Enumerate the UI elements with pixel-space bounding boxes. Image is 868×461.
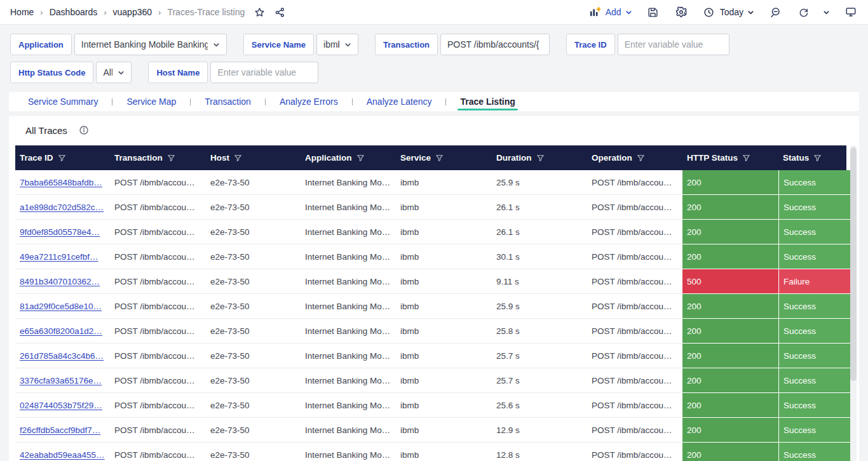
- cell-transaction: POST /ibmb/accou…: [110, 344, 206, 368]
- add-button-label: Add: [606, 7, 621, 17]
- cell-service: ibmb: [396, 294, 492, 319]
- trace-id-link[interactable]: 9fd0ef85d05578e4…: [20, 227, 100, 237]
- filter-funnel-icon[interactable]: [58, 154, 66, 162]
- column-header-http-status[interactable]: HTTP Status: [682, 145, 778, 170]
- column-header-operation[interactable]: Operation: [587, 145, 682, 170]
- filter-select-application[interactable]: Internet Banking Mobile Banking: [74, 34, 227, 55]
- tab-service-map[interactable]: Service Map: [112, 92, 190, 111]
- filter-group-transaction: TransactionPOST /ibmb/accounts/{: [375, 34, 550, 55]
- table-row[interactable]: f26cffdb5accf9bdf7…POST /ibmb/accou…e2e-…: [15, 418, 846, 443]
- filter-funnel-icon[interactable]: [234, 154, 242, 162]
- filter-input-host-name[interactable]: Enter variable value: [210, 62, 318, 83]
- cell-http-status: 200: [682, 393, 778, 418]
- trace-id-link[interactable]: 3376cfa93a65176e…: [20, 376, 102, 385]
- table-row[interactable]: a1e898dc702d582c…POST /ibmb/accou…e2e-73…: [15, 195, 846, 220]
- cell-operation: POST /ibmb/accou…: [587, 170, 682, 195]
- breadcrumb-item-vuapp360[interactable]: vuapp360: [113, 7, 153, 17]
- filter-value-host-name: Enter variable value: [217, 67, 296, 77]
- column-header-label: Operation: [592, 153, 632, 163]
- trace-id-link[interactable]: 7baba665848bafdb…: [20, 178, 102, 187]
- cell-trace-id: 0248744053b75f29…: [15, 393, 110, 418]
- filter-input-trace-id[interactable]: Enter variable value: [618, 34, 729, 55]
- table-row[interactable]: 3376cfa93a65176e…POST /ibmb/accou…e2e-73…: [15, 368, 846, 393]
- trace-id-link[interactable]: f26cffdb5accf9bdf7…: [20, 425, 100, 435]
- tab-trace-listing[interactable]: Trace Listing: [446, 92, 529, 111]
- filter-select-service-name[interactable]: ibmb: [316, 34, 358, 55]
- table-row[interactable]: 42eababd59eaa455…POST /ibmb/accou…e2e-73…: [15, 443, 846, 461]
- table-scrollbar[interactable]: [850, 145, 857, 461]
- info-icon[interactable]: [79, 125, 89, 135]
- cell-operation: POST /ibmb/accou…: [587, 344, 682, 368]
- cell-application: Internet Banking Mo…: [301, 244, 396, 269]
- column-header-label: Duration: [496, 153, 532, 163]
- cell-application: Internet Banking Mo…: [301, 170, 396, 195]
- filter-funnel-icon[interactable]: [536, 154, 545, 162]
- column-header-service[interactable]: Service: [396, 145, 492, 170]
- cell-status: Success: [779, 294, 855, 319]
- cell-transaction: POST /ibmb/accou…: [110, 393, 206, 418]
- trace-id-link[interactable]: a1e898dc702d582c…: [20, 203, 104, 212]
- table-scrollbar-thumb[interactable]: [850, 147, 857, 381]
- cell-status: Success: [779, 368, 855, 393]
- cell-service: ibmb: [396, 344, 492, 368]
- filter-funnel-icon[interactable]: [742, 154, 750, 162]
- cell-application: Internet Banking Mo…: [301, 418, 396, 443]
- filter-funnel-icon[interactable]: [167, 154, 175, 162]
- column-header-status[interactable]: Status: [778, 145, 855, 170]
- table-row[interactable]: 8491b3407010362…POST /ibmb/accou…e2e-73-…: [15, 269, 846, 294]
- filter-input-transaction[interactable]: POST /ibmb/accounts/{: [440, 34, 550, 55]
- cell-operation: POST /ibmb/accou…: [587, 319, 682, 344]
- tab-service-summary[interactable]: Service Summary: [14, 92, 112, 111]
- tab-analyze-errors[interactable]: Analyze Errors: [266, 92, 352, 111]
- trace-id-link[interactable]: 0248744053b75f29…: [20, 401, 102, 410]
- table-row[interactable]: 9fd0ef85d05578e4…POST /ibmb/accou…e2e-73…: [15, 220, 846, 244]
- cell-http-status: 200: [682, 368, 778, 393]
- zoom-out-icon[interactable]: [768, 5, 782, 19]
- filter-funnel-icon[interactable]: [435, 154, 444, 162]
- filter-funnel-icon[interactable]: [813, 154, 822, 162]
- trace-id-link[interactable]: 261d785a84c3c4b6…: [20, 351, 104, 361]
- column-header-transaction[interactable]: Transaction: [110, 145, 206, 170]
- filter-select-http-status-code[interactable]: All: [96, 62, 132, 83]
- table-row[interactable]: 261d785a84c3c4b6…POST /ibmb/accou…e2e-73…: [15, 344, 846, 368]
- breadcrumb-item-home[interactable]: Home: [10, 7, 34, 17]
- filter-value-http-status-code: All: [103, 67, 112, 77]
- refresh-interval-chevron-icon[interactable]: [823, 9, 830, 16]
- filter-group-host-name: Host NameEnter variable value: [148, 62, 318, 83]
- cell-operation: POST /ibmb/accou…: [587, 443, 682, 461]
- trace-id-link[interactable]: e65a630f8200a1d2…: [20, 326, 102, 336]
- trace-id-link[interactable]: 81ad29f0ce5d8e10…: [20, 302, 102, 311]
- time-range-picker[interactable]: Today: [702, 5, 754, 19]
- cell-status: Success: [779, 195, 855, 220]
- table-row[interactable]: 7baba665848bafdb…POST /ibmb/accou…e2e-73…: [15, 170, 846, 195]
- cell-transaction: POST /ibmb/accou…: [110, 368, 206, 393]
- column-header-duration[interactable]: Duration: [492, 145, 587, 170]
- trace-id-link[interactable]: 8491b3407010362…: [20, 277, 100, 286]
- table-row[interactable]: 49ea7211c91cefbf…POST /ibmb/accou…e2e-73…: [15, 244, 846, 269]
- trace-id-link[interactable]: 42eababd59eaa455…: [20, 450, 105, 460]
- tab-analyze-latency[interactable]: Analyze Latency: [353, 92, 446, 111]
- filter-funnel-icon[interactable]: [637, 154, 645, 162]
- trace-id-link[interactable]: 49ea7211c91cefbf…: [20, 252, 98, 262]
- add-button[interactable]: Add: [588, 5, 632, 19]
- breadcrumb-item-dashboards[interactable]: Dashboards: [50, 7, 98, 17]
- filter-group-trace-id: Trace IDEnter variable value: [566, 34, 729, 55]
- filter-funnel-icon[interactable]: [356, 154, 365, 162]
- settings-gear-icon[interactable]: [674, 5, 688, 19]
- column-header-trace-id[interactable]: Trace ID: [15, 145, 110, 170]
- save-dashboard-icon[interactable]: [646, 5, 660, 19]
- cell-http-status: 200: [682, 418, 778, 443]
- share-icon[interactable]: [273, 5, 287, 19]
- cell-operation: POST /ibmb/accou…: [587, 368, 682, 393]
- tab-transaction[interactable]: Transaction: [191, 92, 265, 111]
- column-header-host[interactable]: Host: [206, 145, 301, 170]
- refresh-icon[interactable]: [796, 5, 810, 19]
- kiosk-monitor-icon[interactable]: [844, 5, 858, 19]
- table-row[interactable]: e65a630f8200a1d2…POST /ibmb/accou…e2e-73…: [15, 319, 846, 344]
- table-row[interactable]: 0248744053b75f29…POST /ibmb/accou…e2e-73…: [15, 393, 846, 418]
- star-icon[interactable]: [252, 5, 266, 19]
- table-row[interactable]: 81ad29f0ce5d8e10…POST /ibmb/accou…e2e-73…: [15, 294, 846, 319]
- column-header-application[interactable]: Application: [301, 145, 396, 170]
- cell-status: Success: [779, 244, 855, 269]
- cell-status: Success: [779, 344, 855, 368]
